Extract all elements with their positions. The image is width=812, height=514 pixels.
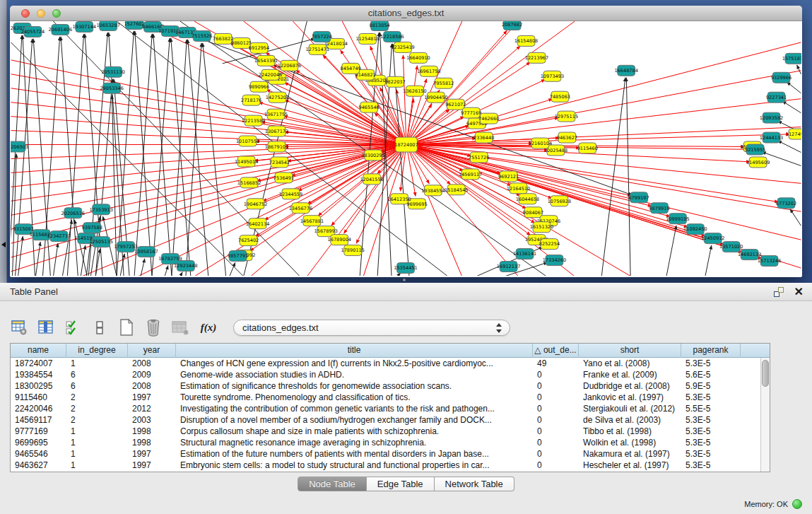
table-row[interactable]: 1938455462009Genome-wide association stu… bbox=[11, 369, 760, 380]
graph-node[interactable]: 18679101 bbox=[265, 141, 288, 152]
graph-node[interactable]: 10999105 bbox=[666, 214, 689, 224]
table-cell[interactable]: Tibbo et al. (1998) bbox=[579, 426, 681, 437]
graph-node[interactable]: 13571020 bbox=[719, 242, 743, 252]
graph-node[interactable]: 19046752 bbox=[244, 199, 267, 209]
table-cell[interactable]: 2003 bbox=[128, 414, 176, 426]
graph-node[interactable]: 6773202 bbox=[776, 198, 796, 209]
table-cell[interactable]: 19384554 bbox=[11, 369, 66, 380]
graph-node[interactable]: 12160104 bbox=[529, 138, 552, 148]
graph-node[interactable]: 12213589 bbox=[242, 115, 265, 126]
graph-node[interactable]: 29053346 bbox=[100, 83, 123, 93]
table-cell[interactable]: Corpus callosum shape and size in male p… bbox=[176, 426, 533, 437]
graph-node[interactable]: 7663822 bbox=[213, 33, 233, 44]
table-cell[interactable]: 0 bbox=[533, 403, 579, 414]
table-cell[interactable]: 0 bbox=[533, 369, 579, 380]
graph-node[interactable]: 11092450 bbox=[683, 224, 707, 235]
graph-node[interactable]: 9879919 bbox=[649, 203, 669, 214]
table-cell[interactable]: 0 bbox=[533, 392, 579, 403]
graph-node[interactable]: 14569117 bbox=[459, 169, 482, 180]
close-panel-icon[interactable]: ✕ bbox=[794, 286, 804, 298]
tab-network-table[interactable]: Network Table bbox=[435, 477, 514, 491]
graph-node[interactable]: 13671755 bbox=[264, 109, 288, 119]
graph-node[interactable]: 9621072 bbox=[445, 99, 466, 110]
table-cell[interactable]: 5.3E-5 bbox=[681, 460, 741, 471]
window-titlebar[interactable]: citations_edges.txt bbox=[10, 6, 802, 21]
graph-node[interactable]: 9465546 bbox=[358, 102, 379, 112]
graph-node[interactable]: 7515526 bbox=[192, 30, 212, 41]
table-row[interactable]: 969969511998Structural magnetic resonanc… bbox=[11, 437, 760, 448]
graph-node[interactable]: 9857791 bbox=[228, 251, 248, 262]
graph-node[interactable]: 7234542 bbox=[269, 157, 290, 168]
graph-node[interactable]: 9084067 bbox=[523, 207, 543, 218]
table-cell[interactable]: 1 bbox=[66, 437, 128, 448]
graph-node[interactable]: 19307144 bbox=[73, 21, 96, 32]
graph-node[interactable]: 9215955 bbox=[745, 144, 765, 155]
graph-node[interactable]: 7625402 bbox=[238, 235, 259, 246]
graph-node[interactable]: 14567881 bbox=[300, 216, 324, 226]
graph-node[interactable]: 7462660 bbox=[478, 113, 499, 124]
table-cell[interactable]: 9463627 bbox=[11, 460, 66, 471]
table-cell[interactable]: 49 bbox=[533, 358, 579, 369]
float-panel-icon[interactable] bbox=[774, 287, 784, 297]
table-cell[interactable]: 2012 bbox=[128, 403, 176, 414]
table-row[interactable]: 977716911998Corpus callosum shape and si… bbox=[11, 426, 760, 437]
graph-node[interactable]: 12093582 bbox=[760, 112, 783, 123]
table-cell[interactable]: 18724007 bbox=[11, 358, 66, 369]
function-builder-icon[interactable]: f(x) bbox=[198, 318, 219, 337]
table-cell[interactable]: 1 bbox=[66, 460, 128, 471]
graph-node[interactable]: 20531130 bbox=[101, 66, 124, 77]
table-cell[interactable]: 18300295 bbox=[11, 380, 66, 392]
select-all-icon[interactable] bbox=[64, 318, 82, 337]
table-cell[interactable]: Disruption of a novel member of a sodium… bbox=[176, 414, 533, 426]
table-cell[interactable]: Nakamura et al. (1997) bbox=[579, 448, 681, 460]
graph-node[interactable]: 12923448 bbox=[174, 261, 197, 271]
column-header-out-de-[interactable]: △ out_de... bbox=[533, 344, 579, 358]
graph-node[interactable]: 14275201 bbox=[266, 92, 289, 103]
graph-node[interactable]: 9397588 bbox=[82, 223, 102, 233]
table-cell[interactable]: de Silva et al. (2003) bbox=[579, 414, 681, 426]
show-column-icon[interactable] bbox=[37, 318, 55, 337]
table-scrollbar[interactable] bbox=[760, 358, 770, 472]
table-cell[interactable]: Changes of HCN gene expression and I(f) … bbox=[176, 358, 533, 369]
graph-node[interactable]: 26206503 bbox=[11, 141, 28, 152]
table-cell[interactable]: Yano et al. (2008) bbox=[579, 358, 681, 369]
table-cell[interactable]: 5.3E-5 bbox=[681, 448, 741, 460]
table-cell[interactable]: Estimation of significance thresholds fo… bbox=[176, 380, 533, 392]
graph-node[interactable]: 16154808 bbox=[514, 35, 538, 46]
table-cell[interactable]: 2 bbox=[66, 392, 128, 403]
table-cell[interactable]: 1 bbox=[66, 426, 128, 437]
column-header-pagerank[interactable]: pagerank bbox=[681, 344, 741, 358]
graph-node[interactable]: 11495609 bbox=[746, 157, 770, 168]
graph-node[interactable]: 12450912 bbox=[701, 233, 724, 244]
table-cell[interactable]: 5.5E-5 bbox=[681, 403, 741, 414]
table-cell[interactable]: 1997 bbox=[128, 448, 176, 460]
tab-node-table[interactable]: Node Table bbox=[298, 477, 367, 491]
graph-node[interactable]: 12342737 bbox=[47, 231, 71, 242]
graph-node[interactable]: 24055724 bbox=[21, 26, 45, 37]
column-header-in-degree[interactable]: in_degree bbox=[66, 344, 128, 358]
graph-node[interactable]: 10756928 bbox=[548, 196, 571, 206]
graph-node[interactable]: 9692121 bbox=[498, 171, 519, 182]
table-row[interactable]: 1830029562008Estimation of significance … bbox=[11, 380, 760, 392]
graph-node[interactable]: 8252254 bbox=[539, 239, 560, 250]
table-cell[interactable]: 9115460 bbox=[11, 392, 66, 403]
tab-edge-table[interactable]: Edge Table bbox=[367, 477, 435, 491]
table-cell[interactable]: 2009 bbox=[128, 369, 176, 380]
table-cell[interactable]: Hescheler et al. (1997) bbox=[579, 460, 681, 471]
graph-node[interactable]: 12505135 bbox=[89, 237, 112, 247]
table-cell[interactable]: 5.3E-5 bbox=[681, 426, 741, 437]
graph-node[interactable]: 16961758 bbox=[417, 66, 440, 76]
table-cell[interactable]: 1997 bbox=[128, 460, 176, 471]
table-cell[interactable]: Tourette syndrome. Phenomenology and cla… bbox=[176, 392, 533, 403]
table-cell[interactable]: 0 bbox=[533, 414, 579, 426]
table-cell[interactable]: 1998 bbox=[128, 437, 176, 448]
graph-node[interactable]: 8454749 bbox=[341, 63, 361, 74]
table-cell[interactable]: 2 bbox=[66, 414, 128, 426]
new-column-icon[interactable] bbox=[117, 318, 136, 337]
table-row[interactable]: 2242004622012Investigating the contribut… bbox=[11, 403, 760, 414]
graph-node[interactable]: 12206876 bbox=[278, 60, 301, 71]
table-cell[interactable]: 0 bbox=[533, 460, 579, 471]
graph-node[interactable]: 7955812 bbox=[433, 78, 454, 88]
import-table-icon-disabled[interactable] bbox=[171, 318, 189, 337]
table-cell[interactable]: Embryonic stem cells: a model to study s… bbox=[176, 460, 533, 471]
